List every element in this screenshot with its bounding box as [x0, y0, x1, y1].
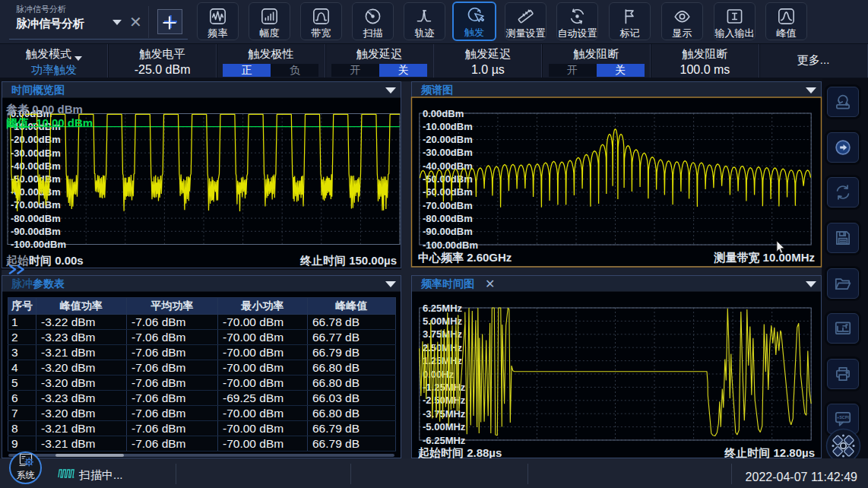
- svg-text:-80.00dBm: -80.00dBm: [11, 213, 61, 224]
- svg-text:-10.00dBm: -10.00dBm: [423, 121, 473, 132]
- svg-text:6.25MHz: 6.25MHz: [423, 303, 463, 314]
- svg-text:-50.00dBm: -50.00dBm: [423, 173, 473, 185]
- svg-text:-30.00dBm: -30.00dBm: [423, 147, 473, 158]
- svg-text:-5.00MHz: -5.00MHz: [423, 421, 466, 433]
- svg-text:-30.00dBm: -30.00dBm: [11, 147, 61, 159]
- svg-text:-40.00dBm: -40.00dBm: [11, 160, 61, 172]
- svg-text:-100.00dBm: -100.00dBm: [11, 239, 66, 250]
- svg-text:0.00dBm: 0.00dBm: [423, 108, 464, 119]
- svg-text:5.00MHz: 5.00MHz: [423, 315, 463, 327]
- svg-text:-70.00dBm: -70.00dBm: [11, 199, 61, 211]
- svg-text:+SCPI: +SCPI: [837, 415, 849, 420]
- svg-text:-60.00dBm: -60.00dBm: [423, 186, 473, 198]
- svg-text:-6.25MHz: -6.25MHz: [423, 435, 466, 446]
- svg-text:-90.00dBm: -90.00dBm: [11, 226, 61, 237]
- svg-text:-80.00dBm: -80.00dBm: [423, 213, 473, 224]
- svg-text:-20.00dBm: -20.00dBm: [423, 134, 473, 145]
- svg-text:-70.00dBm: -70.00dBm: [423, 200, 473, 211]
- svg-text:-20.00dBm: -20.00dBm: [11, 134, 61, 145]
- svg-text:-90.00dBm: -90.00dBm: [423, 226, 473, 237]
- svg-text:-100.00dBm: -100.00dBm: [423, 239, 478, 251]
- svg-text:-1.25MHz: -1.25MHz: [423, 382, 466, 393]
